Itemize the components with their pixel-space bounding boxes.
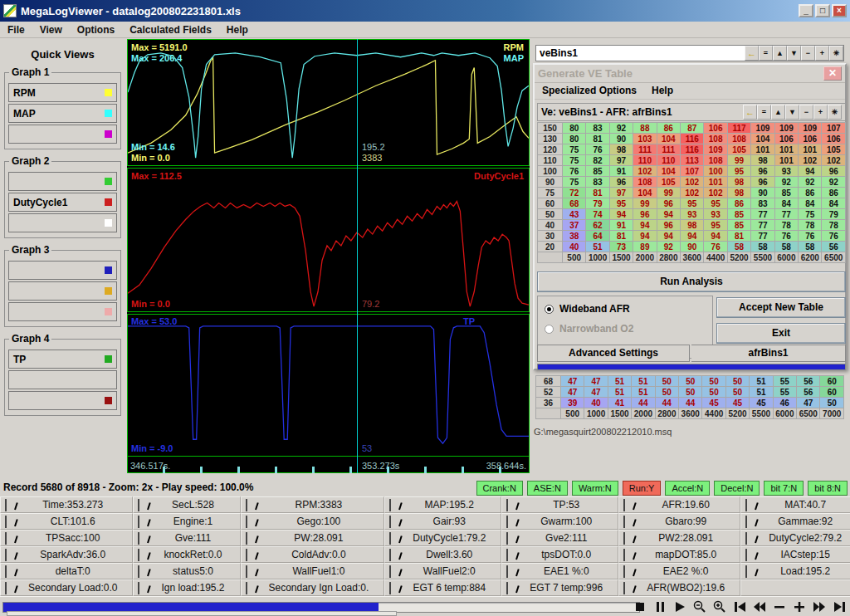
ve-cell[interactable]: 96 xyxy=(657,220,680,231)
menu-help[interactable]: Help xyxy=(219,22,256,37)
burst-button[interactable]: ✳ xyxy=(828,105,842,120)
afr-cell[interactable]: 47 xyxy=(561,387,584,398)
skip-start-button[interactable] xyxy=(732,599,747,614)
ve-cell[interactable]: 101 xyxy=(799,144,822,155)
cursor-line[interactable] xyxy=(357,39,358,473)
ve-cell[interactable]: 43 xyxy=(563,209,586,220)
ve-cell[interactable]: 96 xyxy=(751,166,774,177)
speed-plus-button[interactable] xyxy=(792,599,807,614)
ve-cell[interactable]: 110 xyxy=(633,155,657,166)
ve-cell[interactable]: 76 xyxy=(774,231,798,242)
ve-cell[interactable]: 100 xyxy=(704,166,727,177)
ve-cell[interactable]: 92 xyxy=(609,123,633,134)
ve-cell[interactable]: 95 xyxy=(609,198,633,209)
ve-cell[interactable]: 96 xyxy=(822,166,846,177)
afr-cell[interactable]: 55 xyxy=(773,387,796,398)
ve-cell[interactable]: 94 xyxy=(704,231,727,242)
chart-rpm-map[interactable]: Max = 5191.0 Max = 206.4 RPM MAP Min = 1… xyxy=(127,39,530,166)
increase-up-button[interactable]: ▲ xyxy=(773,46,787,61)
chart-tp[interactable]: Max = 53.0 TP Min = -9.0 53 xyxy=(127,314,530,457)
afr-cell[interactable]: 50 xyxy=(820,398,844,408)
ve-cell[interactable]: 79 xyxy=(586,198,609,209)
afr-cell[interactable]: 60 xyxy=(820,387,844,398)
ve-cell[interactable]: 94 xyxy=(609,209,633,220)
afr-cell[interactable]: 44 xyxy=(632,398,655,408)
ve-cell[interactable]: 101 xyxy=(774,155,798,166)
ve-cell[interactable]: 91 xyxy=(609,166,633,177)
chart-dutycycle[interactable]: Max = 112.5 DutyCycle1 Min = 0.0 79.2 xyxy=(127,168,530,312)
ve-cell[interactable]: 108 xyxy=(633,177,657,188)
afr-cell[interactable]: 60 xyxy=(820,376,844,387)
afr-cell[interactable]: 50 xyxy=(702,376,725,387)
ve-cell[interactable]: 106 xyxy=(774,134,798,144)
ve-cell[interactable]: 84 xyxy=(822,198,846,209)
ve-cell[interactable]: 76 xyxy=(563,166,586,177)
equals-button[interactable]: = xyxy=(759,46,773,61)
ve-selector-value[interactable]: veBins1 xyxy=(536,46,745,61)
ve-cell[interactable]: 40 xyxy=(563,242,586,252)
ve-cell[interactable]: 95 xyxy=(681,198,704,209)
ve-cell[interactable]: 101 xyxy=(774,144,798,155)
ve-cell[interactable]: 98 xyxy=(681,220,704,231)
quick-view-slot[interactable] xyxy=(8,302,117,321)
ve-cell[interactable]: 93 xyxy=(681,209,704,220)
ve-cell[interactable]: 104 xyxy=(751,134,774,144)
ve-cell[interactable]: 98 xyxy=(727,188,750,198)
wideband-radio[interactable] xyxy=(545,305,554,314)
ve-cell[interactable]: 95 xyxy=(704,220,727,231)
ve-cell[interactable]: 94 xyxy=(799,166,822,177)
afr-cell[interactable]: 40 xyxy=(584,398,608,408)
menu-file[interactable]: File xyxy=(0,22,32,37)
ve-cell[interactable]: 108 xyxy=(704,134,727,144)
ve-cell[interactable]: 83 xyxy=(586,123,609,134)
afr-cell[interactable]: 51 xyxy=(750,376,773,387)
ve-cell[interactable]: 58 xyxy=(727,242,750,252)
afr-cell[interactable]: 51 xyxy=(608,376,631,387)
ve-cell[interactable]: 76 xyxy=(704,242,727,252)
quick-view-slot[interactable] xyxy=(8,281,117,301)
ve-cell[interactable]: 99 xyxy=(657,188,680,198)
zoom-out-icon[interactable] xyxy=(692,599,707,614)
quick-view-slot[interactable]: TP xyxy=(8,350,117,369)
ve-cell[interactable]: 97 xyxy=(609,188,633,198)
speed-minus-button[interactable] xyxy=(772,599,787,614)
afr-cell[interactable]: 51 xyxy=(750,387,773,398)
afr-cell[interactable]: 46 xyxy=(773,398,796,408)
decrease-down-button[interactable]: ▼ xyxy=(787,46,801,61)
quick-view-slot[interactable] xyxy=(8,213,117,232)
ve-cell[interactable]: 58 xyxy=(751,242,774,252)
menu-specialized-options[interactable]: Specialized Options xyxy=(535,83,644,99)
ve-cell[interactable]: 85 xyxy=(586,166,609,177)
run-analysis-button[interactable]: Run Analysis xyxy=(537,271,846,292)
ve-cell[interactable]: 117 xyxy=(727,123,750,134)
ve-cell[interactable]: 96 xyxy=(751,177,774,188)
ve-cell[interactable]: 92 xyxy=(799,177,822,188)
ve-cell[interactable]: 105 xyxy=(822,144,846,155)
ve-cell[interactable]: 51 xyxy=(586,242,609,252)
ve-cell[interactable]: 89 xyxy=(633,242,657,252)
zoom-in-icon[interactable] xyxy=(712,599,727,614)
ve-cell[interactable]: 90 xyxy=(609,134,633,144)
ve-cell[interactable]: 82 xyxy=(586,155,609,166)
quick-view-slot[interactable]: RPM xyxy=(8,83,117,102)
fast-forward-button[interactable] xyxy=(812,599,827,614)
ve-cell[interactable]: 76 xyxy=(799,231,822,242)
ve-cell[interactable]: 87 xyxy=(681,123,704,134)
afr-cell[interactable]: 44 xyxy=(655,398,678,408)
ve-cell[interactable]: 75 xyxy=(563,155,586,166)
ve-cell[interactable]: 102 xyxy=(799,155,822,166)
ve-cell[interactable]: 94 xyxy=(633,231,657,242)
ve-cell[interactable]: 81 xyxy=(586,188,609,198)
afr-cell[interactable]: 44 xyxy=(679,398,702,408)
ve-cell[interactable]: 86 xyxy=(657,123,680,134)
afr-cell[interactable]: 50 xyxy=(679,387,702,398)
ve-cell[interactable]: 104 xyxy=(657,134,680,144)
ve-cell[interactable]: 75 xyxy=(799,209,822,220)
close-button[interactable]: × xyxy=(832,4,847,17)
afr-cell[interactable]: 45 xyxy=(750,398,773,408)
afr-cell[interactable]: 55 xyxy=(773,376,796,387)
afr-cell[interactable]: 50 xyxy=(725,376,749,387)
ve-cell[interactable]: 96 xyxy=(633,209,657,220)
ve-cell[interactable]: 116 xyxy=(681,134,704,144)
accept-new-table-button[interactable]: Accept New Table xyxy=(716,297,846,318)
